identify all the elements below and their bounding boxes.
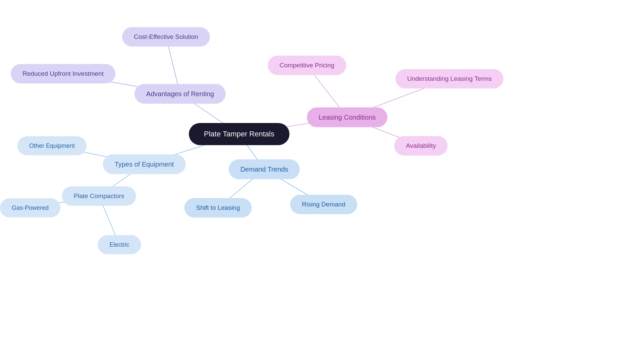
plate-compactors-node[interactable]: Plate Compactors [62, 186, 136, 206]
shift-leasing-label: Shift to Leasing [196, 204, 240, 211]
demand-trends-label: Demand Trends [240, 166, 288, 173]
advantages-renting-label: Advantages of Renting [146, 90, 214, 98]
reduced-upfront-node[interactable]: Reduced Upfront Investment [11, 64, 115, 83]
demand-trends-node[interactable]: Demand Trends [229, 160, 300, 179]
leasing-conditions-node[interactable]: Leasing Conditions [307, 108, 387, 127]
rising-demand-node[interactable]: Rising Demand [290, 195, 357, 214]
plate-compactors-label: Plate Compactors [73, 192, 124, 200]
types-equipment-label: Types of Equipment [115, 161, 174, 168]
competitive-pricing-label: Competitive Pricing [279, 62, 334, 69]
understanding-leasing-label: Understanding Leasing Terms [407, 75, 492, 82]
cost-effective-label: Cost-Effective Solution [134, 33, 198, 41]
other-equipment-label: Other Equipment [29, 142, 75, 149]
center-node[interactable]: Plate Tamper Rentals [189, 123, 289, 145]
reduced-upfront-label: Reduced Upfront Investment [22, 70, 104, 77]
leasing-conditions-label: Leasing Conditions [319, 114, 376, 121]
gas-powered-label: Gas-Powered [12, 204, 49, 211]
competitive-pricing-node[interactable]: Competitive Pricing [268, 56, 346, 75]
mindmap-container: Plate Tamper Rentals Advantages of Renti… [0, 0, 644, 363]
understanding-leasing-node[interactable]: Understanding Leasing Terms [395, 69, 503, 88]
connections-svg [0, 0, 644, 363]
advantages-renting-node[interactable]: Advantages of Renting [135, 84, 226, 104]
electric-node[interactable]: Electric [98, 235, 141, 254]
other-equipment-node[interactable]: Other Equipment [17, 136, 87, 156]
shift-leasing-node[interactable]: Shift to Leasing [184, 198, 252, 218]
center-label: Plate Tamper Rentals [204, 130, 274, 138]
electric-label: Electric [109, 241, 129, 248]
cost-effective-node[interactable]: Cost-Effective Solution [122, 27, 210, 47]
rising-demand-label: Rising Demand [302, 201, 345, 208]
types-equipment-node[interactable]: Types of Equipment [103, 155, 186, 174]
gas-powered-node[interactable]: Gas-Powered [0, 198, 60, 218]
availability-label: Availability [406, 142, 436, 149]
availability-node[interactable]: Availability [394, 136, 447, 156]
